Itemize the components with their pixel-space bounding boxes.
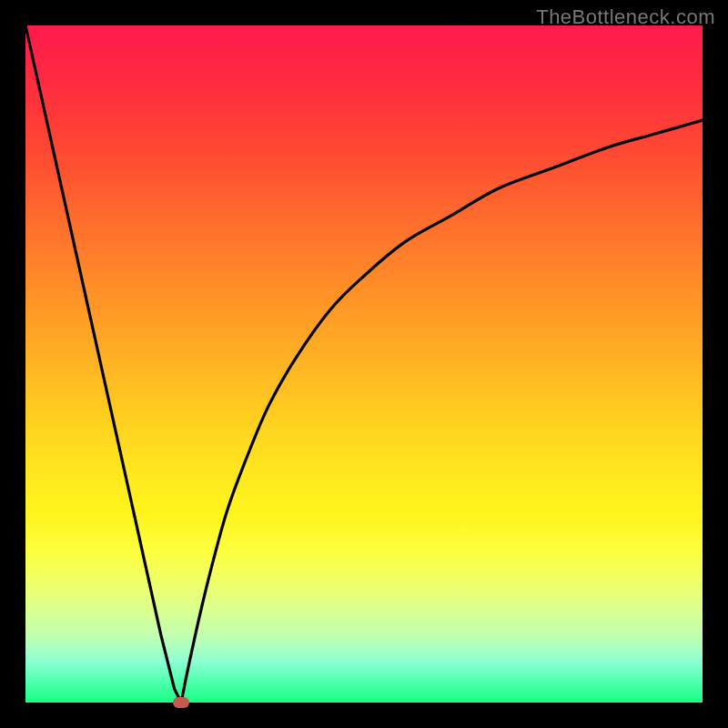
plot-area — [25, 25, 703, 703]
minimum-marker — [173, 697, 189, 708]
curve-right-branch — [181, 120, 703, 703]
chart-frame: TheBottleneck.com — [0, 0, 728, 728]
curve-svg — [25, 25, 703, 703]
curve-left-branch — [25, 25, 181, 703]
